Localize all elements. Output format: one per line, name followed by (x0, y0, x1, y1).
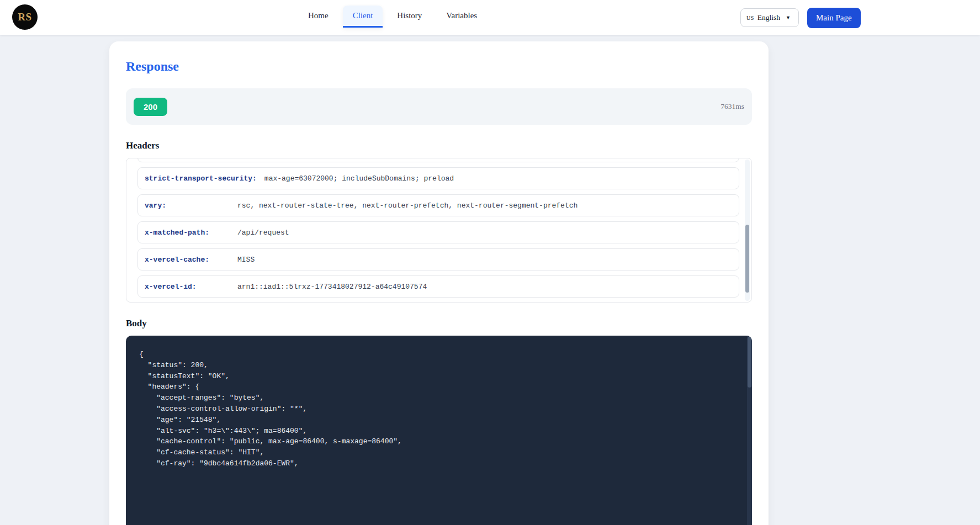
nav-item-client[interactable]: Client (343, 6, 383, 28)
header-value: MISS (237, 256, 255, 264)
header-row-clipped (137, 158, 739, 162)
header-row: strict-transport-security: max-age=63072… (137, 167, 739, 189)
app-logo-text: RS (18, 11, 31, 23)
chevron-down-icon: ▼ (786, 15, 791, 20)
header-row: vary: rsc, next-router-state-tree, next-… (137, 194, 739, 216)
response-body-block[interactable]: { "status": 200, "statusText": "OK", "he… (126, 336, 752, 525)
headers-scrollbar-thumb[interactable] (745, 225, 749, 293)
body-scrollbar[interactable] (747, 336, 752, 525)
status-bar: 200 7631ms (126, 88, 752, 125)
nav-item-variables[interactable]: Variables (436, 6, 487, 26)
body-section-title: Body (126, 318, 752, 329)
header-value: arn1::iad1::5lrxz-1773418027912-a64c4910… (237, 283, 427, 291)
main-nav: Home Client History Variables (298, 6, 487, 28)
header-value: /api/request (237, 229, 289, 237)
nav-item-home[interactable]: Home (298, 6, 338, 26)
body-scrollbar-thumb[interactable] (748, 337, 751, 388)
header-row: x-matched-path: /api/request (137, 221, 739, 243)
main-page-button[interactable]: Main Page (807, 8, 861, 28)
language-label: English (757, 13, 780, 22)
header-key: vary: (145, 201, 237, 210)
header-key: x-vercel-cache: (145, 256, 237, 264)
header-key: x-vercel-id: (145, 283, 237, 291)
language-selector[interactable]: US English ▼ (740, 8, 799, 27)
status-code-badge: 200 (134, 98, 167, 116)
response-duration: 7631ms (721, 102, 744, 111)
header-row: x-vercel-cache: MISS (137, 248, 739, 271)
headers-panel[interactable]: strict-transport-security: max-age=63072… (126, 158, 752, 303)
headers-scrollbar[interactable] (745, 160, 750, 301)
header-key: x-matched-path: (145, 229, 237, 237)
language-flag-icon: US (746, 15, 754, 21)
nav-item-history[interactable]: History (387, 6, 432, 26)
headers-list: strict-transport-security: max-age=63072… (126, 158, 743, 302)
response-title: Response (126, 59, 752, 74)
response-body-json: { "status": 200, "statusText": "OK", "he… (126, 336, 752, 482)
headers-section-title: Headers (126, 140, 752, 151)
header-key: strict-transport-security: (145, 174, 264, 183)
app-logo[interactable]: RS (12, 4, 38, 30)
header-row: x-vercel-id: arn1::iad1::5lrxz-177341802… (137, 275, 739, 298)
response-card: Response 200 7631ms Headers strict-trans… (109, 41, 769, 525)
navbar: RS Home Client History Variables US Engl… (0, 0, 980, 35)
header-value: rsc, next-router-state-tree, next-router… (237, 201, 578, 210)
header-value: max-age=63072000; includeSubDomains; pre… (264, 174, 454, 183)
